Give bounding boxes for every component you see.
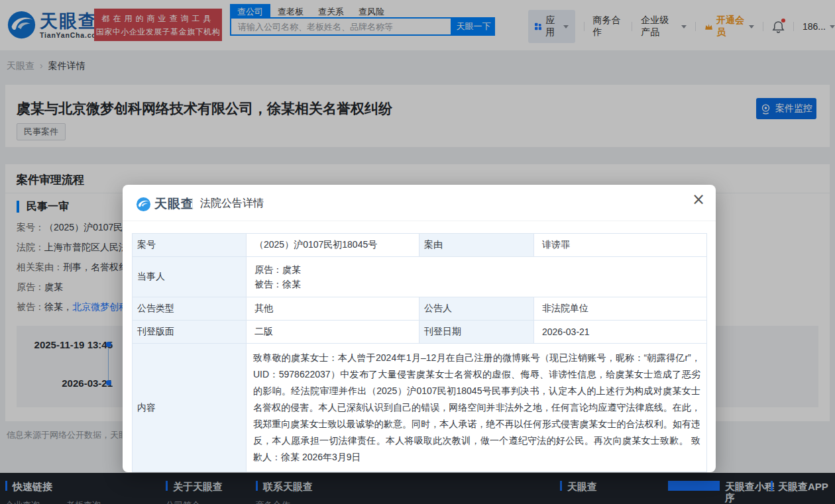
table-row: 公告类型 其他 公告人 非法院单位 — [133, 297, 707, 321]
defendant-line: 被告：徐某 — [254, 277, 698, 291]
divider — [192, 198, 193, 209]
publication-date-label: 刊登日期 — [419, 321, 534, 344]
modal-header: 天眼查 法院公告详情 × — [123, 185, 716, 221]
cause-value: 诽谤罪 — [534, 234, 707, 257]
announcer-label: 公告人 — [419, 297, 534, 321]
publication-date-value: 2026-03-21 — [534, 321, 707, 344]
tianyancha-eye-icon — [136, 197, 151, 212]
announcer-value: 非法院单位 — [534, 297, 707, 321]
content-value: 致尊敬的虞某女士：本人曾于2024年1月–12月在自己注册的微博账号（现已注销账… — [247, 344, 707, 472]
party-value: 原告：虞某 被告：徐某 — [247, 257, 707, 297]
plaintiff-line: 原告：虞某 — [254, 262, 698, 277]
announcement-type-label: 公告类型 — [133, 297, 247, 321]
publication-page-value: 二版 — [247, 321, 419, 344]
modal-brand: 天眼查 — [154, 195, 194, 213]
announcement-table: 案号 （2025）沪0107民初18045号 案由 诽谤罪 当事人 原告：虞某 … — [132, 233, 707, 472]
court-announcement-modal: 天眼查 法院公告详情 × 案号 （2025）沪0107民初18045号 案由 诽… — [123, 185, 716, 472]
cause-label: 案由 — [419, 234, 534, 257]
table-row: 刊登版面 二版 刊登日期 2026-03-21 — [133, 321, 707, 344]
table-row: 案号 （2025）沪0107民初18045号 案由 诽谤罪 — [133, 234, 707, 257]
table-row: 当事人 原告：虞某 被告：徐某 — [133, 257, 707, 297]
party-label: 当事人 — [133, 257, 247, 297]
close-icon[interactable]: × — [692, 191, 705, 207]
publication-page-label: 刊登版面 — [133, 321, 247, 344]
announcement-type-value: 其他 — [247, 297, 419, 321]
modal-logo: 天眼查 — [136, 195, 194, 213]
content-label: 内容 — [133, 344, 247, 472]
modal-title: 法院公告详情 — [200, 197, 264, 211]
case-number-label: 案号 — [133, 234, 247, 257]
case-number-value: （2025）沪0107民初18045号 — [247, 234, 419, 257]
table-row: 内容 致尊敬的虞某女士：本人曾于2024年1月–12月在自己注册的微博账号（现已… — [133, 344, 707, 472]
modal-body: 案号 （2025）沪0107民初18045号 案由 诽谤罪 当事人 原告：虞某 … — [123, 221, 716, 472]
